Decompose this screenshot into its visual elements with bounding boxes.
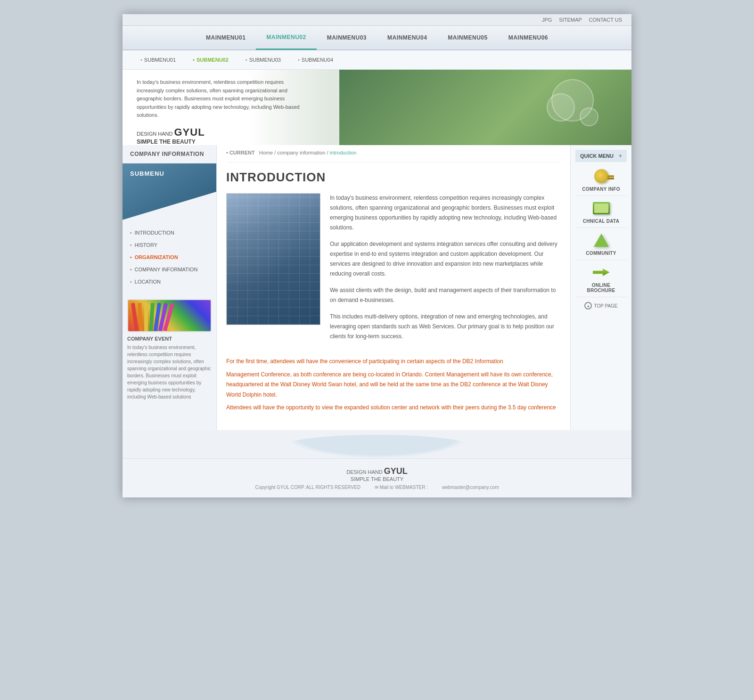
leaf-decoration [509, 74, 603, 140]
quick-menu-icon-laptop [592, 200, 611, 217]
sidebar-menu-organization[interactable]: ORGARNIZATION [123, 251, 216, 263]
top-page-button[interactable]: ▲ TOP PAGE [575, 297, 627, 311]
arrow3d-icon [593, 269, 610, 276]
hero-text-block: In today's business environment, relentl… [137, 78, 311, 145]
mainnav-item-2[interactable]: MAINMENU02 [256, 25, 316, 50]
quick-menu-company-info[interactable]: COMPANY INFO [575, 164, 627, 196]
page-title: INTRODUCTION [226, 170, 561, 185]
intro-para-3: We assist clients with the design, build… [330, 285, 561, 305]
top-page-label: TOP PAGE [594, 303, 617, 309]
sidebar-menu-location[interactable]: LOCATION [123, 276, 216, 288]
sidebar-menu-company-info[interactable]: COMPANY INFORMATION [123, 263, 216, 276]
mainnav-item-4[interactable]: MAINMENU04 [377, 25, 437, 50]
footer-email-link[interactable]: webmaster@company.com [442, 485, 499, 490]
mainnav-item-3[interactable]: MAINMENU03 [317, 25, 377, 50]
building-image [226, 193, 320, 325]
topbar-sitemap-link[interactable]: SITEMAP [559, 17, 582, 23]
intro-text-block: In today's business environment, relentl… [330, 193, 561, 348]
sidebar-menu-history[interactable]: HISTORY [123, 239, 216, 251]
pyramid-icon [594, 234, 609, 247]
topbar-jpg-link[interactable]: JPG [542, 17, 552, 23]
circle-arrow-icon: ▲ [584, 302, 592, 309]
footer: DESIGN HAND GYUL SIMPLE THE BEAUTY Copyr… [123, 458, 631, 497]
hero-paragraph: In today's business environment, relentl… [137, 78, 311, 120]
intro-highlight-1: For the first time, attendees will have … [226, 357, 561, 367]
subnav-item-1[interactable]: SUBMENU01 [132, 55, 184, 65]
subnav-item-3[interactable]: SUBMENU03 [237, 55, 289, 65]
intro-para-2: Our application development and systems … [330, 239, 561, 279]
quick-menu-technical-label: CHNICAL DATA [583, 219, 619, 224]
sidebar-event-image [127, 299, 212, 332]
subnav-item-2[interactable]: SUBMENU02 [184, 55, 237, 65]
main-nav: MAINMENU01 MAINMENU02 MAINMENU03 MAINMEN… [123, 26, 631, 50]
quick-menu-company-info-label: COMPANY INFO [582, 187, 620, 192]
content-area: COMPANY INFORMATION SUBMENU INTRODUCTION… [123, 145, 631, 430]
footer-sub-brand: SIMPLE THE BEAUTY [351, 476, 403, 482]
sidebar-event-box: COMPANY EVENT In today's business enviro… [127, 299, 212, 400]
footer-copyright-text: Copyright GYUL CORP. ALL RIGHTS RESERVED [255, 485, 361, 490]
quick-menu-brochure[interactable]: ONLINE BROCHURE [575, 260, 627, 297]
intro-highlight-2: Management Conference, as both conferenc… [226, 370, 561, 400]
topbar-contact-link[interactable]: CONTACT US [589, 17, 623, 23]
hero-banner: In today's business environment, relentl… [123, 70, 631, 145]
footer-brand-name: GYUL [384, 466, 408, 476]
laptop-icon [593, 202, 610, 214]
quick-menu-community[interactable]: COMMUNITY [575, 228, 627, 260]
sub-nav: SUBMENU01 SUBMENU02 SUBMENU03 SUBMENU04 [123, 50, 631, 70]
sidebar-company-info-header: COMPANY INFORMATION [123, 145, 216, 163]
breadcrumb-current: • CURRENT [226, 150, 255, 155]
intro-para-4: This includes multi-delivery options, in… [330, 312, 561, 342]
quick-menu-icon-key [592, 168, 611, 185]
quick-menu-icon-pyramid [592, 232, 611, 249]
breadcrumb-home[interactable]: Home [259, 150, 273, 155]
hero-design-label: DESIGN HAND [137, 131, 172, 137]
quick-menu-community-label: COMMUNITY [586, 251, 616, 256]
top-bar: JPG SITEMAP CONTACT US [123, 14, 631, 26]
intro-para-1: In today's business environment, relentl… [330, 193, 561, 233]
breadcrumb-page: introduction [330, 150, 357, 155]
hero-brand: DESIGN HAND GYUL SIMPLE THE BEAUTY [137, 126, 311, 145]
breadcrumb: • CURRENT Home / company information / i… [226, 145, 561, 163]
mainnav-item-6[interactable]: MAINMENU06 [498, 25, 558, 50]
footer-mail-label: ✉ Mail to WEBMASTER : [375, 485, 428, 490]
mainnav-item-5[interactable]: MAINMENU05 [437, 25, 498, 50]
main-content: • CURRENT Home / company information / i… [217, 145, 570, 430]
subnav-item-4[interactable]: SUBMENU04 [289, 55, 342, 65]
hero-brand-name: GYUL [174, 126, 205, 138]
quick-menu-brochure-label: ONLINE BROCHURE [577, 283, 625, 293]
quick-menu-plus: + [619, 153, 622, 159]
quick-menu-icon-arrow [592, 264, 611, 281]
footer-wave [123, 430, 631, 458]
quick-menu: QUICK MENU + COMPANY INFO CHNICAL DATA [570, 145, 631, 430]
key-icon [594, 169, 608, 183]
main-wrapper: JPG SITEMAP CONTACT US MAINMENU01 MAINME… [123, 14, 631, 497]
sidebar-submenu-box: SUBMENU [123, 163, 216, 220]
mainnav-item-1[interactable]: MAINMENU01 [196, 25, 256, 50]
breadcrumb-section[interactable]: company information [277, 150, 325, 155]
sidebar-event-title: COMPANY EVENT [127, 336, 212, 342]
hero-sub-brand: SIMPLE THE BEAUTY [137, 138, 311, 145]
intro-content-flex: In today's business environment, relentl… [226, 193, 561, 348]
sidebar-menu-list: INTRODUCTION HISTORY ORGARNIZATION COMPA… [123, 220, 216, 294]
sidebar-menu-introduction[interactable]: INTRODUCTION [123, 227, 216, 239]
left-sidebar: COMPANY INFORMATION SUBMENU INTRODUCTION… [123, 145, 217, 430]
quick-menu-title: QUICK MENU + [575, 150, 627, 162]
footer-brand: DESIGN HAND GYUL SIMPLE THE BEAUTY [132, 466, 622, 482]
quick-menu-label: QUICK MENU [580, 153, 614, 159]
intro-highlight-3: Attendees will have the opportunity to v… [226, 403, 561, 413]
footer-design-label: DESIGN HAND [346, 469, 382, 475]
sidebar-event-text: In today's business environment, relentl… [127, 344, 212, 400]
footer-copyright-row: Copyright GYUL CORP. ALL RIGHTS RESERVED… [132, 485, 622, 490]
sidebar-submenu-title: SUBMENU [130, 170, 209, 177]
quick-menu-technical-data[interactable]: CHNICAL DATA [575, 196, 627, 228]
